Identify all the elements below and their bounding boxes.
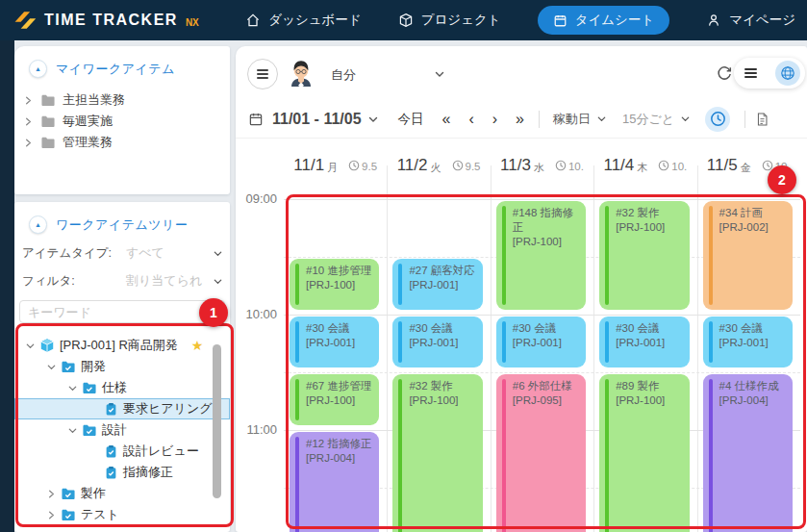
timesheet-event[interactable]: #10 進捗管理[PRJ-100] [290, 259, 379, 310]
tree-item[interactable]: テスト [14, 504, 230, 525]
nav-item-calendar[interactable]: タイムシート [538, 6, 670, 35]
list-view-button[interactable] [739, 63, 763, 84]
day-header-cell: 11/3水10. [491, 142, 593, 189]
interval-chevron-icon[interactable] [680, 114, 691, 124]
event-title: #30 会議 [616, 321, 683, 336]
nav-item-user[interactable]: マイページ [706, 12, 795, 29]
nav-item-home[interactable]: ダッシュボード [245, 12, 361, 29]
timesheet-event[interactable]: #30 会議[PRJ-001] [496, 317, 586, 367]
event-accent-bar [502, 321, 506, 363]
event-project: [PRJ-001] [616, 336, 683, 350]
nav-item-label: マイページ [729, 12, 795, 29]
nav-item-label: プロジェクト [421, 12, 501, 29]
day-weekday: 木 [637, 161, 647, 175]
timesheet-event[interactable]: #4 仕様作成[PRJ-004] [703, 374, 793, 532]
event-accent-bar [295, 321, 299, 363]
tree-item[interactable]: 仕様 [14, 377, 230, 398]
timesheet-event[interactable]: #89 製作[PRJ-100] [599, 374, 689, 532]
tree-item-label: 設計レビュー [123, 443, 199, 460]
folder-check-icon [82, 423, 97, 437]
folder-icon [40, 136, 56, 149]
event-title: #148 指摘修正 [513, 206, 580, 235]
timesheet-event[interactable]: #32 製作[PRJ-100] [599, 201, 689, 310]
timesheet-event[interactable]: #34 計画[PRJ-002] [703, 201, 793, 310]
my-work-item-folder[interactable]: 管理業務 [14, 132, 230, 153]
interval-select[interactable]: 15分ごと [622, 111, 674, 128]
event-project: [PRJ-001] [719, 336, 787, 350]
tree-item[interactable]: 設計レビュー [14, 441, 230, 462]
timesheet-event[interactable]: #30 会議[PRJ-001] [290, 317, 379, 367]
tree-scrollbar-thumb[interactable] [213, 344, 221, 498]
assignment-filter-select[interactable]: 割り当てられ [126, 272, 225, 290]
folder-check-icon [61, 360, 76, 373]
timesheet-event[interactable]: #12 指摘修正[PRJ-004] [290, 432, 379, 532]
section-title: ワークアイテムツリー [56, 216, 188, 234]
timesheet-event[interactable]: #6 外部仕様[PRJ-095] [496, 374, 586, 532]
tree-item[interactable]: 設計 [14, 419, 230, 441]
my-work-item-folder[interactable]: 毎週実施 [14, 111, 230, 132]
cube-icon [398, 13, 414, 28]
tree-item[interactable]: [PRJ-001] R商品開発★ [14, 335, 230, 356]
event-project: [PRJ-001] [409, 278, 476, 292]
document-icon[interactable] [756, 112, 769, 127]
day-date: 11/4 [603, 156, 634, 175]
day-weekday: 月 [327, 161, 338, 175]
tree-item[interactable]: 要求ヒアリング [14, 398, 230, 419]
tree-item-label: 製作 [81, 485, 106, 502]
item-type-select[interactable]: すべて [126, 244, 225, 262]
refresh-icon[interactable] [716, 64, 733, 82]
timesheet-event[interactable]: #30 会議[PRJ-001] [392, 317, 482, 367]
timesheet-event[interactable]: #30 会議[PRJ-001] [703, 317, 793, 367]
nav-item-label: ダッシュボード [268, 12, 361, 29]
workday-chevron-icon[interactable] [596, 114, 607, 124]
timesheet-event[interactable]: #30 会議[PRJ-001] [599, 317, 689, 367]
next-week-button[interactable]: » [516, 111, 524, 128]
date-range[interactable]: 11/01 - 11/05 [272, 111, 362, 128]
tree-item[interactable]: 開発 [14, 356, 230, 377]
events-layer: #10 進捗管理[PRJ-100]#30 会議[PRJ-001]#67 進捗管理… [284, 189, 800, 532]
tree-item[interactable]: 製作 [14, 483, 230, 504]
timesheet-event[interactable]: #148 指摘修正[PRJ-100] [496, 201, 586, 310]
event-accent-bar [605, 379, 609, 532]
menu-button[interactable] [247, 59, 278, 89]
calendar-icon[interactable] [248, 112, 264, 127]
app-logo[interactable]: TIME TRACKER NX [0, 9, 199, 32]
timesheet-panel: 自分 11/01 - 11/05 今日 « ‹ › » [236, 46, 807, 532]
logo-title: TIME TRACKER [44, 12, 178, 29]
event-project: [PRJ-001] [513, 336, 580, 350]
my-work-items-panel: ▲ マイワークアイテム 主担当業務毎週実施管理業務 [14, 46, 230, 194]
timesheet-event[interactable]: #27 顧客対応[PRJ-001] [392, 259, 482, 310]
chevron-right-icon [23, 138, 34, 148]
tree-item-label: [PRJ-001] R商品開発 [60, 337, 178, 354]
next-day-button[interactable]: › [492, 111, 497, 128]
divider [539, 111, 540, 128]
clock-icon [348, 160, 360, 171]
folder-label: 管理業務 [63, 134, 113, 151]
user-selector-chevron-icon[interactable] [434, 68, 445, 80]
nav-item-cube[interactable]: プロジェクト [398, 12, 501, 29]
tree-item[interactable]: 指摘修正 [14, 462, 230, 483]
logo-suffix: NX [186, 17, 199, 28]
today-button[interactable]: 今日 [398, 111, 424, 128]
date-range-chevron-icon[interactable] [367, 114, 379, 125]
timetracker-app: TIME TRACKER NX ダッシュボードプロジェクトタイムシートマイページ… [0, 0, 807, 532]
event-project: [PRJ-100] [409, 393, 476, 408]
favorite-star-icon[interactable]: ★ [191, 338, 204, 353]
day-total-hours: 10. [671, 161, 687, 172]
timesheet-event[interactable]: #32 製作[PRJ-100] [392, 374, 482, 532]
clock-mode-button[interactable] [705, 107, 730, 132]
prev-day-button[interactable]: ‹ [468, 111, 473, 128]
user-avatar[interactable] [286, 58, 316, 89]
annotation-badge-2: 2 [768, 165, 796, 194]
my-work-item-folder[interactable]: 主担当業務 [14, 89, 230, 111]
event-project: [PRJ-100] [616, 393, 683, 408]
day-header-cell: 11/4木10. [593, 142, 696, 189]
keyword-search-input[interactable] [19, 300, 225, 323]
folder-icon [40, 93, 56, 107]
collapse-toggle-icon[interactable]: ▲ [29, 60, 47, 78]
timesheet-event[interactable]: #67 進捗管理[PRJ-100] [290, 374, 379, 425]
collapse-toggle-icon[interactable]: ▲ [29, 215, 47, 234]
globe-view-button[interactable] [775, 61, 800, 86]
prev-week-button[interactable]: « [442, 111, 451, 128]
workday-filter[interactable]: 稼動日 [553, 111, 591, 128]
